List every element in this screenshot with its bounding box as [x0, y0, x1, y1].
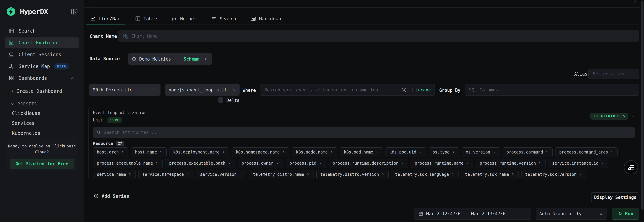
- sidebar-item-service-map[interactable]: Service Map BETA: [5, 61, 79, 71]
- attribute-chip[interactable]: process.runtime.version: [476, 159, 546, 168]
- attribute-chip[interactable]: service.version: [196, 170, 246, 179]
- search-grid-icon: [8, 28, 14, 34]
- updates-widget-button[interactable]: [624, 160, 638, 174]
- chart-name-field: [118, 30, 639, 42]
- collapse-sidebar-button[interactable]: [70, 8, 78, 15]
- attribute-chip[interactable]: host.arch: [93, 147, 128, 157]
- attribute-chip[interactable]: k8s.namespace.name: [232, 147, 290, 157]
- alias-input[interactable]: [592, 71, 635, 77]
- attribute-chip[interactable]: k8s.node.name: [292, 147, 337, 157]
- alias-label: Alias: [574, 71, 588, 77]
- run-button[interactable]: Run: [612, 208, 639, 220]
- add-series-button[interactable]: Add Series: [94, 193, 129, 199]
- chevron-right-icon: [128, 173, 132, 176]
- attribute-chip[interactable]: k8s.pod.name: [340, 147, 383, 157]
- sidebar-header: HyperDX: [0, 0, 84, 17]
- tab-number[interactable]: 123 Number: [167, 13, 201, 24]
- attribute-chip[interactable]: process.owner: [238, 159, 283, 168]
- attribute-chip[interactable]: service.namespace: [138, 170, 194, 179]
- chevron-right-icon: [381, 173, 385, 176]
- attribute-chip[interactable]: process.runtime.description: [328, 159, 408, 168]
- metric-chip[interactable]: nodejs.event_loop.util: [165, 84, 240, 96]
- calendar-icon: [418, 211, 423, 216]
- attribute-chip[interactable]: service.instance.id: [548, 159, 608, 168]
- presets-label: PRESETS: [18, 102, 37, 106]
- data-source-select[interactable]: Demo Metrics Schema: [128, 53, 212, 65]
- where-search-input[interactable]: [264, 87, 399, 93]
- attribute-chip[interactable]: process.executable.name: [93, 159, 162, 168]
- widget-list-play-icon: [627, 164, 635, 171]
- chevron-right-icon: [275, 161, 279, 165]
- chevron-right-icon: [451, 173, 454, 176]
- data-source-label: Data Source: [90, 56, 120, 61]
- presets-list: ClickHouseServicesKubernetes: [12, 110, 84, 136]
- service-map-icon: [8, 63, 14, 69]
- chevron-right-icon: [159, 150, 163, 154]
- chevron-right-icon: [318, 161, 322, 165]
- chevron-right-icon: [418, 150, 422, 154]
- chevron-right-icon: [578, 173, 582, 176]
- preset-item[interactable]: Services: [12, 120, 84, 126]
- chevron-right-icon: [600, 161, 604, 165]
- create-dashboard-button[interactable]: + Create Dashboard: [11, 88, 62, 94]
- tab-line-bar[interactable]: Line/Bar: [86, 13, 125, 24]
- lucene-option[interactable]: Lucene: [416, 88, 431, 92]
- divider: [84, 48, 640, 48]
- attribute-chip[interactable]: os.type: [428, 147, 459, 157]
- preset-item[interactable]: ClickHouse: [12, 110, 84, 116]
- attribute-chip[interactable]: telemetry.distro.version: [316, 170, 388, 179]
- attribute-chip[interactable]: host.name: [131, 147, 166, 157]
- cloud-promo-card: Ready to deploy on ClickHouse Cloud? Get…: [6, 138, 77, 171]
- attribute-chip[interactable]: telemetry.distro.name: [249, 170, 314, 179]
- attribute-chips: host.arch host.name k8s.deployment.name …: [93, 147, 631, 179]
- chevron-right-icon: [452, 150, 455, 154]
- unit-row: Unit: COUNT: [93, 117, 122, 123]
- attribute-chip[interactable]: telemetry.sdk.language: [391, 170, 458, 179]
- layers-icon: [132, 56, 136, 62]
- attribute-chip[interactable]: telemetry.sdk.version: [521, 170, 586, 179]
- chevron-right-icon: [400, 161, 404, 165]
- sidebar-item-dashboards[interactable]: Dashboards: [5, 73, 79, 83]
- attribute-chip[interactable]: telemetry.sdk.name: [461, 170, 519, 179]
- granularity-select[interactable]: Auto Granularity: [536, 208, 607, 220]
- attribute-chip[interactable]: process.pid: [286, 159, 326, 168]
- attribute-chip[interactable]: process.runtime.name: [411, 159, 473, 168]
- tab-search[interactable]: Search: [207, 13, 240, 24]
- chart-name-input[interactable]: [123, 33, 634, 39]
- preset-item[interactable]: Kubernetes: [12, 130, 84, 136]
- svg-text:2: 2: [172, 19, 174, 21]
- attributes-count-badge: 27 ATTRIBUTES: [590, 113, 628, 120]
- attribute-chip[interactable]: os.version: [462, 147, 500, 157]
- aggregation-select[interactable]: 90th Percentile: [89, 84, 160, 96]
- promo-text: Ready to deploy on ClickHouse Cloud?: [8, 143, 76, 155]
- attribute-chip[interactable]: process.command_args: [555, 147, 618, 157]
- time-range-picker[interactable]: Mar 2 12:47:01 - Mar 2 13:47:01: [414, 208, 531, 220]
- attribute-chip[interactable]: process.command: [502, 147, 553, 157]
- attribute-chip[interactable]: service.name: [93, 170, 136, 179]
- delta-checkbox[interactable]: [218, 97, 223, 103]
- attribute-chip[interactable]: k8s.deployment.name: [169, 147, 229, 157]
- get-started-button[interactable]: Get Started for Free: [10, 159, 74, 169]
- chevron-right-icon: [306, 173, 310, 176]
- attribute-chip[interactable]: process.executable.path: [165, 159, 235, 168]
- tab-markdown[interactable]: Markdown: [246, 13, 285, 24]
- schema-link[interactable]: Schema: [184, 56, 200, 62]
- collapse-attributes-icon[interactable]: [630, 114, 636, 119]
- tab-table-icon: [135, 16, 141, 21]
- attributes-search-input[interactable]: [104, 130, 632, 135]
- display-settings-button[interactable]: Display Settings: [591, 193, 640, 202]
- attribute-chip[interactable]: k8s.pod.uid: [386, 147, 426, 157]
- app-root: { "colors": { "accent_green": "#3fd897",…: [0, 0, 644, 222]
- data-source-value: Demo Metrics: [139, 56, 181, 62]
- vertical-scrollbar[interactable]: [641, 1, 644, 210]
- sql-option[interactable]: SQL: [401, 88, 409, 92]
- sidebar-item-client-sessions[interactable]: Client Sessions: [5, 49, 79, 60]
- close-icon[interactable]: [232, 88, 236, 92]
- group-by-input[interactable]: [469, 87, 636, 93]
- tab-table[interactable]: Table: [130, 13, 162, 24]
- sidebar-item-search[interactable]: Search: [5, 26, 79, 36]
- tab-number-icon: 123: [172, 16, 178, 21]
- presets-header[interactable]: PRESETS: [10, 102, 84, 106]
- where-label: Where: [242, 88, 256, 93]
- sidebar-item-chart-explorer[interactable]: Chart Explorer: [5, 37, 79, 48]
